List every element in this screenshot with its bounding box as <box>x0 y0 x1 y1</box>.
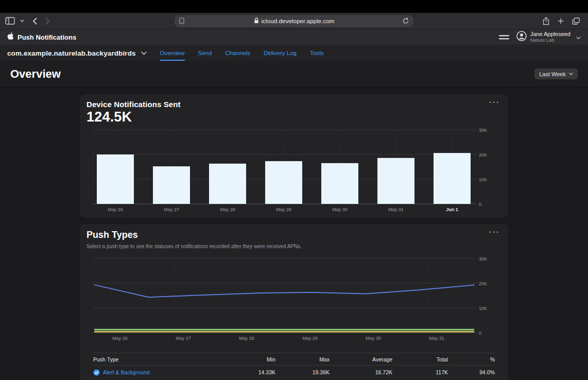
table-header-row: Push Type Min Max Average Total % <box>93 353 495 366</box>
bar-chart-svg: 30K20K10K0May 26May 27May 28May 29May 30… <box>87 127 501 215</box>
svg-text:May 27: May 27 <box>164 207 179 212</box>
svg-text:0: 0 <box>479 202 481 207</box>
card-more-icon[interactable]: ··· <box>489 225 500 239</box>
line-chart-svg: 30K20K10K0May 26May 27May 28May 29May 30… <box>87 255 501 344</box>
cell-max: 19.36K <box>275 369 330 375</box>
svg-text:Jun 1: Jun 1 <box>446 207 458 212</box>
app-id-selector[interactable]: com.example.naturelab.backyardbirds <box>7 49 136 57</box>
col-max: Max <box>275 356 330 362</box>
col-average: Average <box>330 356 392 362</box>
app-title: Push Notifications <box>18 33 76 41</box>
svg-text:May 31: May 31 <box>388 207 404 212</box>
avatar <box>516 31 527 43</box>
tab-send[interactable]: Send <box>198 45 212 61</box>
sidebar-chevron-down-icon[interactable] <box>20 20 24 22</box>
series-line[interactable] <box>94 285 474 297</box>
user-menu[interactable]: Jane Appleseed Nature Lab <box>516 31 581 43</box>
forward-icon[interactable] <box>45 18 50 25</box>
back-icon[interactable] <box>32 18 37 25</box>
share-icon[interactable] <box>543 17 549 25</box>
date-range-button[interactable]: Last Week <box>534 68 578 79</box>
reload-icon[interactable] <box>403 18 409 24</box>
check-circle-icon[interactable] <box>93 369 100 376</box>
col-min: Min <box>221 356 275 362</box>
col-percent: % <box>448 356 495 362</box>
svg-text:20K: 20K <box>479 281 487 286</box>
line-chart[interactable]: 30K20K10K0May 26May 27May 28May 29May 30… <box>87 255 501 346</box>
user-org: Nature Lab <box>530 38 570 43</box>
push-types-card: ··· Push Types Select a push type to see… <box>80 224 508 380</box>
new-tab-icon[interactable] <box>558 18 564 24</box>
page-header: Overview Last Week <box>0 61 588 88</box>
svg-text:May 27: May 27 <box>176 336 191 341</box>
svg-text:May 26: May 26 <box>108 207 123 212</box>
svg-text:0: 0 <box>479 331 481 336</box>
device-notifications-card: ··· Device Notifications Sent 124.5K 30K… <box>80 94 508 218</box>
app-id-chevron-down-icon[interactable] <box>141 51 147 55</box>
card-subtitle: Select a push type to see the statuses o… <box>87 244 501 249</box>
col-total: Total <box>392 356 448 362</box>
bar-chart[interactable]: 30K20K10K0May 26May 27May 28May 29May 30… <box>87 127 501 217</box>
menu-icon[interactable] <box>499 35 509 40</box>
col-push-type: Push Type <box>93 356 221 362</box>
sidebar-icon[interactable] <box>5 17 15 25</box>
user-chevron-down-icon <box>576 32 581 42</box>
svg-text:May 28: May 28 <box>239 336 254 341</box>
website-settings-icon[interactable] <box>179 18 184 24</box>
bar[interactable] <box>434 153 471 204</box>
page-title: Overview <box>10 67 61 81</box>
cell-average: 16.72K <box>330 369 392 375</box>
bar[interactable] <box>265 161 302 204</box>
user-name: Jane Appleseed <box>530 31 570 38</box>
main-content: ··· Device Notifications Sent 124.5K 30K… <box>0 88 588 380</box>
cell-total: 117K <box>392 369 448 375</box>
tab-overview[interactable]: Overview <box>160 45 185 61</box>
bar[interactable] <box>153 166 190 204</box>
tab-tools[interactable]: Tools <box>310 45 324 61</box>
notifications-total: 124.5K <box>87 109 501 125</box>
app-navbar: com.example.naturelab.backyardbirds Over… <box>0 45 588 61</box>
bar[interactable] <box>321 163 358 204</box>
cell-percent: 94.0% <box>448 369 495 375</box>
svg-text:May 28: May 28 <box>220 207 235 212</box>
svg-text:10K: 10K <box>479 177 487 182</box>
svg-text:10K: 10K <box>479 306 487 311</box>
address-bar[interactable]: icloud.developer.apple.com <box>175 15 413 27</box>
bar[interactable] <box>209 164 246 204</box>
push-type-link[interactable]: Alert & Background <box>103 369 149 375</box>
bar[interactable] <box>97 154 134 204</box>
svg-text:May 30: May 30 <box>366 336 381 341</box>
lock-icon <box>254 16 259 26</box>
app-header: Push Notifications Jane Appleseed Nature… <box>0 29 588 45</box>
card-title: Device Notifications Sent <box>87 100 501 109</box>
svg-text:30K: 30K <box>479 128 487 133</box>
tab-delivery-log[interactable]: Delivery Log <box>264 45 297 61</box>
apple-logo-icon <box>7 32 14 42</box>
card-title: Push Types <box>87 230 501 240</box>
svg-text:May 29: May 29 <box>276 207 291 212</box>
bar[interactable] <box>377 158 414 204</box>
url-text: icloud.developer.apple.com <box>262 18 335 24</box>
tab-overview-icon[interactable] <box>572 18 580 25</box>
svg-text:20K: 20K <box>479 152 487 158</box>
macos-menubar <box>0 0 588 13</box>
svg-text:May 29: May 29 <box>302 336 318 341</box>
svg-text:May 26: May 26 <box>112 336 128 341</box>
card-more-icon[interactable]: ··· <box>489 95 500 109</box>
svg-text:May 31: May 31 <box>429 336 444 341</box>
safari-toolbar: icloud.developer.apple.com <box>0 13 588 29</box>
push-types-table: Push Type Min Max Average Total % Alert … <box>93 353 495 379</box>
table-row: Alert & Background 14.33K 19.36K 16.72K … <box>93 366 495 379</box>
nav-tabs: Overview Send Channels Delivery Log Tool… <box>160 45 324 61</box>
tab-channels[interactable]: Channels <box>225 45 250 61</box>
svg-text:30K: 30K <box>479 256 487 262</box>
date-range-label: Last Week <box>539 71 566 77</box>
svg-text:May 30: May 30 <box>332 207 348 212</box>
cell-min: 14.33K <box>221 369 275 375</box>
